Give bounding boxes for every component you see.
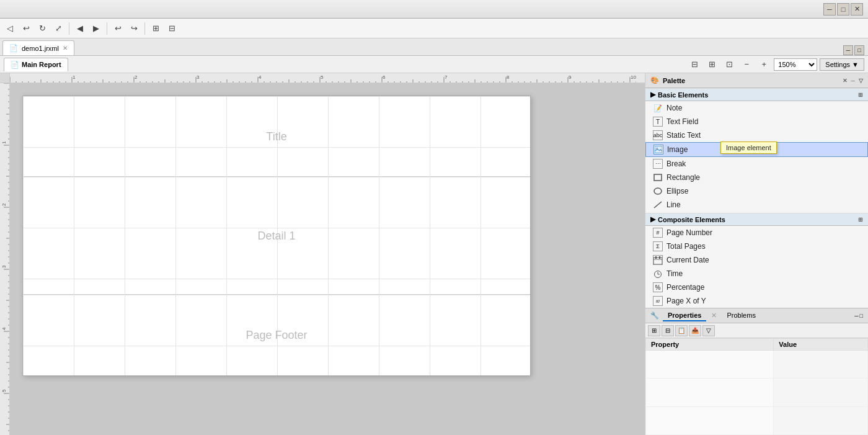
properties-max-btn[interactable]: □ [860,313,863,319]
hruler-canvas [10,73,636,83]
pagenumber-item[interactable]: # Page Number [645,226,868,240]
palette-expand-icon[interactable]: ▽ [859,78,863,84]
palette-min-icon[interactable]: ─ [851,78,855,84]
break-item[interactable]: ⋯ Break [645,157,868,171]
rectangle-icon [653,173,663,182]
totalpages-item[interactable]: Σ Total Pages [645,240,868,253]
tab-icon: 📄 [9,44,18,52]
toolbar-separator-3 [144,22,145,35]
toolbar-btn-redo[interactable]: ↪ [126,21,141,36]
prop-btn-5[interactable]: ▽ [702,325,715,336]
palette-panel: 🎨 Palette ✕ ─ ▽ ▶ Basic Elements ⊞ 📝 Not… [645,73,868,435]
toolbar-btn-6[interactable]: ▶ [89,21,104,36]
toolbar-btn-8[interactable]: ⊟ [164,21,179,36]
properties-window-btns: ─ □ [854,313,863,319]
svg-rect-6 [653,258,662,264]
settings-arrow-icon: ▼ [852,61,859,68]
fit-page-button[interactable]: ⊟ [687,57,702,72]
composite-elements-options-icon[interactable]: ⊞ [858,217,863,223]
minimize-button[interactable]: ─ [823,3,836,16]
settings-button[interactable]: Settings ▼ [820,58,864,71]
basic-elements-expand-icon[interactable]: ▶ [650,91,655,99]
line-item[interactable]: Line [645,198,868,212]
pagenumber-label: Page Number [666,228,712,237]
toolbar-btn-7[interactable]: ⊞ [148,21,163,36]
break-icon: ⋯ [653,159,663,169]
ruler-canvas-area: // This will be done inline via JS after [0,73,645,435]
tab-properties[interactable]: Properties [663,310,706,321]
line-icon [653,200,663,210]
tab-problems[interactable]: Problems [722,310,760,321]
toolbar-btn-4[interactable]: ⤢ [51,21,66,36]
textfield-label: Text Field [666,117,698,126]
tab-window-buttons: ─ □ [843,45,868,55]
tab-window-min[interactable]: ─ [843,45,853,55]
svg-line-5 [654,202,662,208]
prop-col-property: Property [646,339,774,351]
toolbar-btn-undo[interactable]: ↩ [110,21,125,36]
prop-row-3 [646,406,868,434]
note-icon: 📝 [653,103,663,113]
note-item[interactable]: 📝 Note [645,101,868,115]
textfield-item[interactable]: T Text Field [645,115,868,128]
canvas-area[interactable]: Title Detail 1 [10,83,645,435]
detail-section-content[interactable]: Detail 1 [23,177,530,295]
prop-btn-2[interactable]: ⊟ [662,325,674,336]
ellipse-item[interactable]: Ellipse [645,184,868,198]
main-content: // This will be done inline via JS after [0,73,868,435]
pagenumber-icon: # [653,228,663,238]
properties-table: Property Value [645,338,868,435]
properties-icon: 🔧 [650,312,659,320]
toolbar-btn-2[interactable]: ↩ [19,21,33,36]
time-item[interactable]: Time [645,267,868,280]
main-report-tab[interactable]: 📄 Main Report [4,58,68,71]
tab-demo1[interactable]: 📄 demo1.jrxml ✕ [2,40,74,55]
prop-btn-1[interactable]: ⊞ [648,325,660,336]
properties-header: 🔧 Properties ✕ Problems ─ □ [645,308,868,323]
currentdate-item[interactable]: Current Date [645,253,868,267]
maximize-button[interactable]: □ [837,3,849,16]
toolbar-btn-5[interactable]: ◀ [73,21,87,36]
vertical-ruler [0,83,10,435]
properties-toolbar: ⊞ ⊟ 📋 📤 ▽ [645,323,868,338]
zoom-in-button[interactable]: + [756,57,771,72]
title-section-content[interactable]: Title [23,96,530,177]
zoom-select[interactable]: 50% 75% 100% 125% 150% 200% [774,58,817,71]
palette-close-icon[interactable]: ✕ [843,78,848,84]
footer-section: Page Footer [23,295,530,375]
percentage-icon: % [653,282,663,292]
break-label: Break [666,159,686,168]
report-canvas: Title Detail 1 [22,96,531,376]
fit-width-button[interactable]: ⊞ [704,57,719,72]
toolbar-btn-1[interactable]: ◁ [2,21,17,36]
tab-window-max[interactable]: □ [854,45,864,55]
toolbar-btn-3[interactable]: ↻ [35,21,50,36]
footer-section-content[interactable]: Page Footer [23,295,530,375]
vruler-canvas [0,83,10,435]
statictext-item[interactable]: abc Static Text [645,128,868,142]
svg-rect-3 [654,174,662,181]
totalpages-icon: Σ [653,241,663,251]
prop-col-value: Value [774,339,868,351]
prop-btn-3[interactable]: 📋 [675,325,688,336]
close-button[interactable]: ✕ [851,3,863,16]
zoom-out-button[interactable]: − [739,57,754,72]
composite-elements-expand-icon[interactable]: ▶ [650,215,655,223]
rectangle-item[interactable]: Rectangle [645,171,868,184]
currentdate-icon [653,255,663,265]
prop-btn-4[interactable]: 📤 [689,325,701,336]
report-tab-icon: 📄 [11,61,19,69]
rectangle-label: Rectangle [666,173,700,182]
line-label: Line [666,200,681,209]
percentage-item[interactable]: % Percentage [645,280,868,294]
report-toolbar-right: ⊟ ⊞ ⊡ − + 50% 75% 100% 125% 150% 200% Se… [687,57,864,72]
actual-size-button[interactable]: ⊡ [722,57,737,72]
pagexofy-item[interactable]: #/ Page X of Y [645,294,868,308]
basic-elements-options-icon[interactable]: ⊞ [858,92,863,98]
tab-close-button[interactable]: ✕ [63,45,68,52]
image-item[interactable]: Image Image element [645,142,868,157]
properties-min-btn[interactable]: ─ [854,313,858,319]
svg-rect-8 [655,256,657,259]
image-tooltip: Image element [720,141,777,154]
ellipse-icon [653,186,663,196]
